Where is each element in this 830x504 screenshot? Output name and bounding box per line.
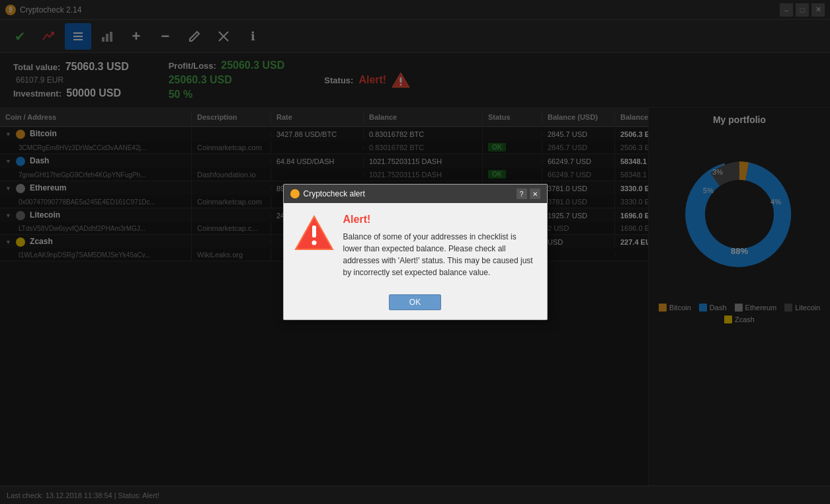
dialog-titlebar-left: Cryptocheck alert [290,189,365,198]
dialog-alert-title: Alert! [343,214,536,226]
svg-rect-15 [312,226,316,237]
svg-point-16 [311,241,316,245]
dialog-body: Alert! Balance of some of your addresses… [284,203,547,289]
dialog-close-button[interactable]: ✕ [530,189,540,199]
dialog-app-icon [290,189,300,198]
dialog-content: Alert! Balance of some of your addresses… [343,214,536,278]
dialog-titlebar: Cryptocheck alert ? ✕ [284,185,547,203]
dialog-title: Cryptocheck alert [304,189,365,198]
dialog-alert-text: Balance of some of your addresses in che… [343,231,536,278]
dialog-footer: OK [284,289,547,319]
alert-dialog: Cryptocheck alert ? ✕ Alert! Balance of … [283,184,548,320]
dialog-overlay: Cryptocheck alert ? ✕ Alert! Balance of … [0,0,830,504]
dialog-alert-icon [294,214,334,253]
dialog-controls: ? ✕ [517,189,540,199]
dialog-question-button[interactable]: ? [517,189,527,199]
ok-button[interactable]: OK [389,294,441,310]
